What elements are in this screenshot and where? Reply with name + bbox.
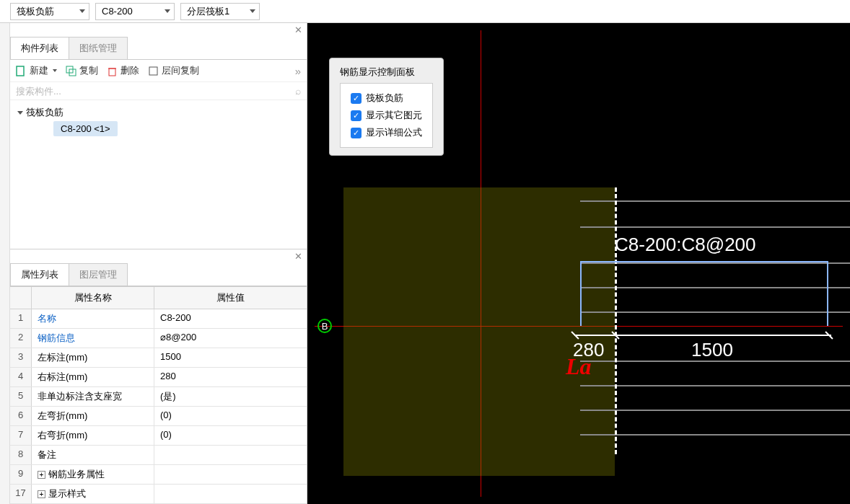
prop-value[interactable]: C8-200 [154, 309, 307, 328]
component-toolbar: 新建 复制 删除 [10, 60, 307, 82]
property-row[interactable]: 8备注 [10, 446, 307, 465]
prop-name: 钢筋信息 [32, 329, 154, 348]
tab-attr-list[interactable]: 属性列表 [10, 263, 69, 286]
component-type-dropdown[interactable]: 筏板负筋 [10, 3, 89, 20]
prop-name: +钢筋业务属性 [32, 465, 154, 484]
grid-line [580, 434, 850, 436]
copy-icon [66, 66, 76, 76]
row-index: 4 [10, 368, 32, 386]
property-tabs: 属性列表 图层管理 [10, 263, 307, 286]
chevron-down-icon [250, 9, 255, 13]
svg-rect-0 [17, 66, 24, 76]
grid-point-label: B [322, 321, 328, 332]
close-prop-icon[interactable]: ✕ [10, 249, 307, 263]
search-icon[interactable]: ⌕ [295, 85, 301, 97]
prop-value[interactable]: 280 [154, 368, 307, 386]
tab-drawing-manage[interactable]: 图纸管理 [69, 37, 128, 59]
grid-point-b[interactable]: B [317, 319, 332, 333]
row-index: 6 [10, 407, 32, 425]
grid-line [580, 200, 850, 202]
prop-value[interactable] [154, 465, 307, 484]
search-input[interactable] [16, 86, 295, 97]
dimension-tick [824, 330, 834, 340]
tab-layer-manage[interactable]: 图层管理 [69, 263, 128, 286]
property-row[interactable]: 17+显示样式 [10, 485, 307, 504]
grid-line [580, 410, 850, 411]
expand-icon[interactable]: + [38, 490, 45, 498]
checkbox-label: 显示其它图元 [366, 109, 422, 122]
property-table-header: 属性名称 属性值 [10, 287, 307, 309]
col-value: 属性值 [154, 287, 307, 309]
type-selector-bar: 筏板负筋 C8-200 分层筏板1 [0, 0, 850, 23]
property-row[interactable]: 7右弯折(mm)(0) [10, 426, 307, 446]
col-name: 属性名称 [32, 287, 154, 309]
copy-button[interactable]: 复制 [66, 64, 98, 77]
checkbox-icon[interactable]: ✓ [351, 93, 362, 104]
tree-item[interactable]: C8-200 <1> [53, 123, 301, 134]
annotation-la: La [566, 353, 592, 380]
prop-value[interactable] [154, 485, 307, 503]
tab-component-list[interactable]: 构件列表 [10, 37, 69, 59]
grid-line [580, 226, 850, 228]
layer-value: 分层筏板1 [187, 5, 229, 18]
property-row[interactable]: 6左弯折(mm)(0) [10, 407, 307, 426]
floor-copy-label: 层间复制 [162, 64, 199, 77]
chevron-down-icon [79, 9, 85, 13]
row-index: 8 [10, 446, 32, 464]
more-button[interactable]: » [295, 65, 301, 77]
rebar-display-panel[interactable]: 钢筋显示控制面板 ✓筏板负筋✓显示其它图元✓显示详细公式 [329, 58, 444, 156]
rebar-element[interactable] [580, 261, 828, 326]
prop-value[interactable]: (是) [154, 387, 307, 406]
row-index: 1 [10, 309, 32, 328]
property-row[interactable]: 1名称C8-200 [10, 309, 307, 329]
delete-button[interactable]: 删除 [107, 64, 139, 77]
chevron-down-icon [53, 69, 57, 72]
property-row[interactable]: 3左标注(mm)1500 [10, 348, 307, 368]
expand-icon[interactable]: + [38, 471, 45, 479]
svg-rect-5 [149, 67, 157, 75]
row-index: 2 [10, 329, 32, 348]
trash-icon [107, 66, 118, 76]
component-instance-dropdown[interactable]: C8-200 [95, 3, 175, 20]
copy-label: 复制 [79, 64, 98, 77]
checkbox-row[interactable]: ✓显示其它图元 [351, 107, 422, 124]
prop-value[interactable]: ⌀8@200 [154, 329, 307, 348]
drawing-canvas[interactable]: C8-200:C8@200 280 1500 La B 钢筋显示控制面板 ✓筏板… [307, 23, 850, 504]
component-tree: 筏板负筋 C8-200 <1> [10, 100, 307, 249]
new-button[interactable]: 新建 [16, 64, 57, 77]
prop-value[interactable]: 1500 [154, 348, 307, 367]
panel-title: 钢筋显示控制面板 [340, 66, 433, 79]
layer-dropdown[interactable]: 分层筏板1 [180, 3, 260, 20]
checkbox-icon[interactable]: ✓ [351, 128, 362, 138]
property-row[interactable]: 2钢筋信息⌀8@200 [10, 329, 307, 348]
rebar-label: C8-200:C8@200 [615, 234, 756, 256]
prop-value[interactable]: (0) [154, 407, 307, 425]
checkbox-label: 显示详细公式 [366, 126, 422, 139]
checkbox-row[interactable]: ✓筏板负筋 [351, 89, 422, 107]
property-row[interactable]: 5非单边标注含支座宽(是) [10, 387, 307, 407]
prop-name: 非单边标注含支座宽 [32, 387, 154, 406]
row-index: 5 [10, 387, 32, 406]
component-type-value: 筏板负筋 [17, 5, 54, 18]
vertical-ruler [0, 23, 10, 504]
floor-copy-icon [148, 66, 159, 76]
close-pane-icon[interactable]: ✕ [10, 23, 307, 37]
prop-name: 右标注(mm) [32, 368, 154, 386]
main-body: ✕ 构件列表 图纸管理 新建 复制 [0, 23, 850, 504]
property-row[interactable]: 9+钢筋业务属性 [10, 465, 307, 485]
search-row: ⌕ [10, 82, 307, 100]
prop-name: +显示样式 [32, 485, 154, 503]
tree-root-label: 筏板负筋 [26, 106, 63, 119]
prop-value[interactable] [154, 446, 307, 464]
prop-name: 名称 [32, 309, 154, 328]
prop-value[interactable]: (0) [154, 426, 307, 445]
tree-root[interactable]: 筏板负筋 [17, 105, 301, 120]
property-row[interactable]: 4右标注(mm)280 [10, 368, 307, 387]
chevron-down-icon [165, 9, 170, 13]
row-index: 7 [10, 426, 32, 445]
floor-copy-button[interactable]: 层间复制 [148, 64, 199, 77]
component-instance-value: C8-200 [102, 6, 133, 17]
checkbox-icon[interactable]: ✓ [351, 110, 362, 121]
collapse-icon[interactable] [17, 111, 23, 115]
checkbox-row[interactable]: ✓显示详细公式 [351, 124, 422, 141]
